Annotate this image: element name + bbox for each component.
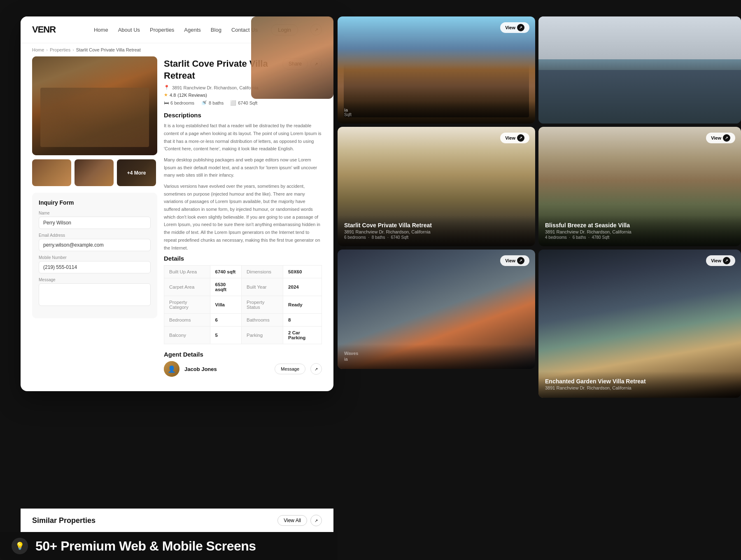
sqft-spec: ⬜ 6740 Sqft	[230, 100, 257, 106]
side-panel-2: Starlit Cove Private Villa Retreat 3891 …	[338, 127, 535, 246]
message-field-group: Message	[39, 278, 151, 308]
similar-properties-title: Similar Properties	[32, 516, 96, 525]
side-panel-6: Enchanted Garden View Villa Retreat 3891…	[538, 250, 741, 398]
property-overlay-6: Enchanted Garden View Villa Retreat 3891…	[538, 371, 741, 398]
side-panel-3: Waves ia View ↗	[338, 250, 535, 369]
name-field-group: Name	[39, 211, 151, 229]
email-field-group: Email Address	[39, 233, 151, 251]
mobile-field-group: Mobile Number	[39, 255, 151, 273]
built-year-val: 2024	[283, 278, 322, 296]
parking-val: 2 Car Parking	[283, 327, 322, 344]
site-logo: VENR	[32, 24, 56, 35]
description-3: Various versions have evolved over the y…	[164, 182, 322, 252]
agent-avatar: 👤	[164, 361, 179, 377]
message-label: Message	[39, 278, 151, 282]
balcony-val: 5	[210, 327, 241, 344]
table-row: Built Up Area 6740 sqft Dimensions 50X60	[164, 266, 322, 278]
bathrooms-val: 8	[283, 314, 322, 327]
inquiry-form-title: Inquiry Form	[39, 199, 151, 206]
message-agent-button[interactable]: Message	[275, 364, 305, 374]
agent-link-icon[interactable]: ↗	[310, 363, 322, 375]
view-button-5[interactable]: View ↗	[706, 133, 735, 143]
bottom-banner: 💡 50+ Premium Web & Mobile Screens	[0, 532, 338, 560]
thumbnail-row: +4 More	[32, 159, 157, 186]
similar-properties-bar: Similar Properties View All ↗	[21, 509, 333, 532]
table-row: Property Category Villa Property Status …	[164, 296, 322, 314]
carpet-area-val: 6530 asqft	[210, 278, 241, 296]
thumbnail-2[interactable]	[75, 159, 114, 186]
property-status-label: Property Status	[242, 296, 283, 314]
agent-title: Agent Details	[164, 351, 322, 358]
thumbnail-1[interactable]	[32, 159, 71, 186]
more-photos-overlay[interactable]: +4 More	[117, 159, 156, 186]
dimensions-label: Dimensions	[242, 266, 283, 278]
nav-home[interactable]: Home	[94, 27, 108, 33]
nav-about[interactable]: About Us	[118, 27, 140, 33]
balcony-label: Balcony	[164, 327, 210, 344]
table-row: Carpet Area 6530 asqft Built Year 2024	[164, 278, 322, 296]
description-1: It is a long established fact that a rea…	[164, 122, 322, 153]
side-panel-4	[538, 16, 741, 124]
view-all-arrow-icon[interactable]: ↗	[310, 515, 322, 526]
property-specs: 🛏 6 bedrooms 🚿 8 baths ⬜ 6740 Sqft	[164, 100, 322, 106]
thumbnail-3[interactable]: +4 More	[117, 159, 156, 186]
bath-spec: 🚿 8 baths	[201, 100, 224, 106]
bathrooms-label: Bathrooms	[242, 314, 283, 327]
breadcrumb-current: Starlit Cove Private Villa Retreat	[76, 47, 141, 52]
bath-icon: 🚿	[201, 100, 207, 106]
parking-label: Parking	[242, 327, 283, 344]
descriptions-title: Descriptions	[164, 112, 322, 119]
email-label: Email Address	[39, 233, 151, 238]
property-status-val: Ready	[283, 296, 322, 314]
banner-text: 50+ Premium Web & Mobile Screens	[35, 539, 256, 554]
details-table: Built Up Area 6740 sqft Dimensions 50X60…	[164, 265, 322, 344]
view-button-2[interactable]: View ↗	[500, 133, 529, 143]
email-input[interactable]	[39, 239, 151, 251]
bedroom-spec: 🛏 6 bedrooms	[164, 100, 194, 106]
left-column: +4 More Inquiry Form Name Email Address …	[32, 56, 164, 391]
agent-name: Jacob Jones	[184, 366, 217, 372]
details-title: Details	[164, 255, 322, 262]
nav-properties[interactable]: Properties	[150, 27, 174, 33]
main-property-image	[32, 56, 157, 155]
partial-image-left	[251, 16, 333, 99]
bedrooms-label: Bedrooms	[164, 314, 210, 327]
right-column: Starlit Cove Private Villa Retreat Share…	[164, 56, 322, 391]
bedroom-icon: 🛏	[164, 100, 169, 106]
breadcrumb-properties[interactable]: Properties	[50, 47, 70, 52]
table-row: Balcony 5 Parking 2 Car Parking	[164, 327, 322, 344]
built-up-area-val: 6740 sqft	[210, 266, 241, 278]
nav-agents[interactable]: Agents	[184, 27, 200, 33]
property-category-val: Villa	[210, 296, 241, 314]
property-category-label: Property Category	[164, 296, 210, 314]
inquiry-form: Inquiry Form Name Email Address Mobile N…	[32, 193, 157, 318]
view-all-button[interactable]: View All	[277, 515, 307, 526]
name-label: Name	[39, 211, 151, 215]
nav-blog[interactable]: Blog	[211, 27, 221, 33]
property-overlay-5: Blissful Breeze at Seaside Villa 3891 Ra…	[538, 215, 741, 246]
view-button-1[interactable]: View ↗	[500, 22, 529, 33]
view-button-6[interactable]: View ↗	[706, 255, 735, 266]
agent-row: 👤 Jacob Jones Message ↗	[164, 361, 322, 377]
star-icon: ★	[164, 92, 168, 98]
breadcrumb-home[interactable]: Home	[32, 47, 44, 52]
message-textarea[interactable]	[39, 283, 151, 306]
description-2: Many desktop publishing packages and web…	[164, 156, 322, 179]
property-overlay-3: Waves ia	[338, 344, 535, 369]
property-overlay-2: Starlit Cove Private Villa Retreat 3891 …	[338, 215, 535, 246]
banner-bulb-icon: 💡	[12, 538, 28, 554]
name-input[interactable]	[39, 217, 151, 229]
built-up-area-label: Built Up Area	[164, 266, 210, 278]
side-panel-5: Blissful Breeze at Seaside Villa 3891 Ra…	[538, 127, 741, 246]
view-button-3[interactable]: View ↗	[500, 255, 529, 266]
area-icon: ⬜	[230, 100, 236, 106]
mobile-label: Mobile Number	[39, 255, 151, 260]
bedrooms-val: 6	[210, 314, 241, 327]
mobile-input[interactable]	[39, 261, 151, 273]
property-overlay-1: ia Sqft	[338, 101, 535, 124]
built-year-label: Built Year	[242, 278, 283, 296]
table-row: Bedrooms 6 Bathrooms 8	[164, 314, 322, 327]
carpet-area-label: Carpet Area	[164, 278, 210, 296]
content-area: +4 More Inquiry Form Name Email Address …	[21, 56, 333, 391]
side-panel-1: ia Sqft View ↗	[338, 16, 535, 124]
